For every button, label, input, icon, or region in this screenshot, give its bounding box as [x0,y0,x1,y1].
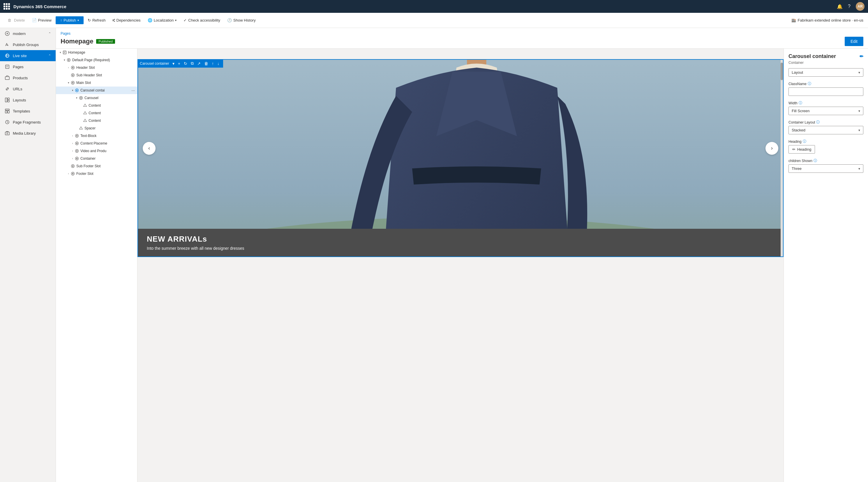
tree-item-header-slot[interactable]: › Header Slot [56,64,137,71]
sidebar-item-live-site[interactable]: Live site ⌃ [0,50,56,61]
localization-chevron-icon[interactable]: ▾ [175,19,177,22]
tree-item-content-placement[interactable]: › Content Placeme [56,140,137,147]
tree-item-content-3[interactable]: Content [56,117,137,124]
property-classname: ClassName ⓘ [788,81,863,96]
tree-item-content-1[interactable]: Content [56,102,137,109]
canvas-toolbar-chevron-icon[interactable]: ▾ [171,61,176,66]
header-slot-chevron-icon[interactable]: › [66,66,70,69]
header-slot-icon [70,65,75,70]
canvas-toolbar-delete-icon[interactable]: 🗑 [203,61,210,66]
canvas-toolbar-copy-icon[interactable]: ⧉ [189,60,195,66]
right-panel-edit-icon[interactable]: ✏ [860,54,863,59]
localization-button[interactable]: 🌐 Localization ▾ [145,16,180,24]
container-chevron-icon[interactable]: › [70,157,74,160]
children-shown-select[interactable]: Three ▾ [788,164,863,173]
carousel-next-button[interactable]: › [766,142,778,155]
canvas-toolbar-refresh-icon[interactable]: ↻ [182,61,189,66]
container-icon [74,156,79,161]
tree-item-video-products[interactable]: › Video and Produ [56,147,137,155]
carousel-chevron-icon[interactable]: ▾ [74,96,79,99]
carousel-container-chevron-icon[interactable]: ▾ [70,89,74,92]
store-icon: 🏬 [792,18,796,23]
tree-item-sub-header-slot[interactable]: › Sub Header Slot [56,71,137,79]
canvas-toolbar-add-icon[interactable]: + [177,61,182,66]
container-layout-select[interactable]: Stacked ▾ [788,126,863,134]
canvas-toolbar-up-icon[interactable]: ↑ [210,61,215,66]
help-icon[interactable]: ? [848,4,850,9]
publish-chevron-icon[interactable]: ▾ [78,19,79,22]
check-accessibility-button[interactable]: ✓ Check accessibility [181,16,223,24]
tree-item-label: Video and Produ [81,149,135,153]
tree-item-sub-footer-slot[interactable]: Sub Footer Slot [56,162,137,170]
container-layout-info-icon[interactable]: ⓘ [816,120,820,125]
tree-item-label: Sub Header Slot [76,73,135,77]
classname-input[interactable] [788,87,863,96]
heading-button[interactable]: ✏ Heading [788,145,815,154]
video-products-chevron-icon[interactable]: › [70,150,74,152]
sidebar-item-page-fragments[interactable]: Page Fragments [0,117,56,128]
tree-item-footer-slot[interactable]: › Footer Slot [56,170,137,178]
apps-icon[interactable] [3,3,10,10]
default-page-chevron-icon[interactable]: ▾ [62,59,66,61]
property-children-shown: children Shown ⓘ Three ▾ [788,158,863,173]
preview-button[interactable]: 📄 Preview [29,16,55,24]
user-avatar[interactable]: AR [856,2,865,11]
main-slot-chevron-icon[interactable]: ▾ [66,81,70,84]
scrollbar-thumb[interactable] [781,63,783,80]
sidebar-item-pages[interactable]: Pages [0,61,56,72]
tree-item-homepage[interactable]: ▾ Homepage [56,49,137,56]
canvas-toolbar-export-icon[interactable]: ↗ [196,61,202,66]
tree-item-carousel-container[interactable]: ▾ Carousel contai ··· [56,87,137,94]
heading-info-icon[interactable]: ⓘ [803,139,806,144]
dependencies-button[interactable]: ⑆ Dependencies [110,16,144,24]
tree-item-default-page[interactable]: ▾ Default Page (Required) [56,56,137,64]
page-header: Pages Homepage Published Edit [56,28,868,49]
sidebar-item-products[interactable]: Products [0,72,56,83]
svg-point-25 [81,97,82,98]
footer-slot-chevron-icon[interactable]: › [66,172,70,175]
tree-item-spacer[interactable]: Spacer [56,124,137,132]
delete-button[interactable]: 🗑Delete [5,16,28,24]
tree-item-label: Carousel contai [81,88,131,92]
content-placement-chevron-icon[interactable]: › [70,142,74,145]
sidebar-item-templates[interactable]: Templates [0,106,56,117]
refresh-button[interactable]: ↻ Refresh [85,16,108,24]
svg-point-39 [72,165,73,167]
notification-icon[interactable]: 🔔 [837,4,843,9]
video-products-icon [74,149,79,153]
canvas-scrollbar[interactable] [781,60,783,257]
layout-select[interactable]: Layout ▾ [788,68,863,77]
breadcrumb[interactable]: Pages [61,31,863,35]
accessibility-icon: ✓ [184,18,187,23]
classname-info-icon[interactable]: ⓘ [808,81,811,86]
homepage-chevron-icon[interactable]: ▾ [58,51,62,54]
canvas-toolbar-down-icon[interactable]: ↓ [216,61,221,66]
sidebar-item-publish-groups[interactable]: Publish Groups [0,39,56,50]
children-shown-info-icon[interactable]: ⓘ [813,158,817,163]
sidebar-item-modern[interactable]: modern ⌃ [0,28,56,39]
svg-marker-27 [84,112,87,114]
carousel-prev-button[interactable]: ‹ [143,142,156,155]
width-info-icon[interactable]: ⓘ [799,100,802,106]
tree-item-main-slot[interactable]: ▾ Main Slot [56,79,137,87]
tree-item-text-block[interactable]: › Text-Block [56,132,137,140]
sidebar-item-urls[interactable]: URLs [0,83,56,94]
sidebar-item-layouts[interactable]: Layouts [0,94,56,106]
heading-pencil-icon: ✏ [792,147,796,152]
text-block-chevron-icon[interactable]: › [70,134,74,137]
sub-footer-slot-icon [70,164,75,169]
sidebar-item-media-library[interactable]: Media Library [0,128,56,139]
show-history-button[interactable]: 🕐 Show History [224,16,259,24]
publish-button[interactable]: ↑ Publish ▾ [56,16,84,24]
carousel-caption: NEW ARRIVALs Into the summer breeze with… [138,229,783,257]
carousel-wrapper: ‹ › NEW ARRIVALs Into the summer breeze … [137,59,783,257]
tree-item-container[interactable]: › Container [56,155,137,162]
width-select[interactable]: Fill Screen ▾ [788,107,863,115]
classname-label: ClassName ⓘ [788,81,863,86]
tree-item-content-2[interactable]: Content [56,109,137,117]
history-icon: 🕐 [227,18,232,23]
svg-point-37 [76,158,78,159]
tree-item-carousel[interactable]: ▾ Carousel [56,94,137,102]
edit-button[interactable]: Edit [845,37,863,46]
more-options-icon[interactable]: ··· [131,88,135,93]
